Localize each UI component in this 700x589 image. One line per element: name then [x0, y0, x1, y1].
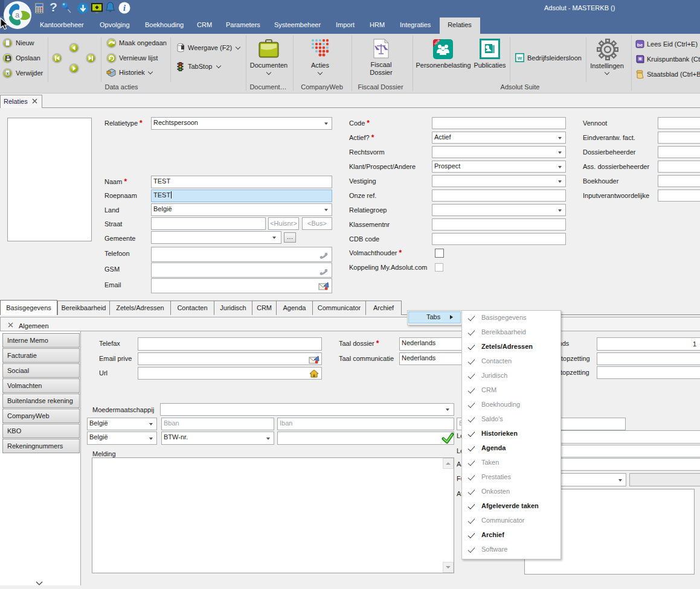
svg-text:₩: ₩	[518, 56, 522, 61]
svg-text:i: i	[123, 4, 126, 13]
svg-text:be: be	[637, 42, 643, 48]
svg-text:x: x	[7, 71, 9, 75]
svg-text:a: a	[15, 10, 20, 19]
